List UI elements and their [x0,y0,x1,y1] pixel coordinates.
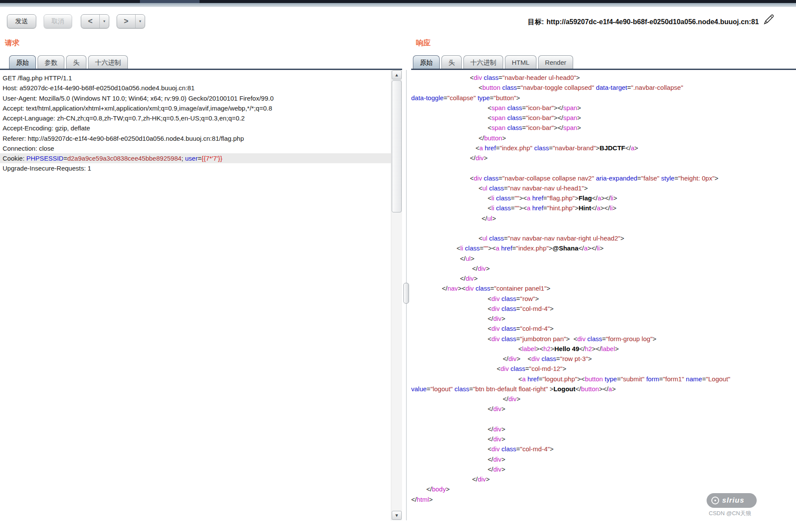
request-editor[interactable]: GET /flag.php HTTP/1.1Host: a59207dc-e1f… [0,70,391,523]
code-line: <div class="col-md-12"> [411,364,796,374]
code-line: <label><h2>Hello 49</h2></label> [411,344,796,354]
code-line: </ul> [411,213,796,223]
code-line [411,223,796,233]
code-line: <div class="navbar-collapse collapse nav… [411,173,796,183]
send-button[interactable]: 发送 [7,14,36,28]
code-line [411,414,796,424]
code-line: <li class=""><a href="hint.php">Hint</a>… [411,203,796,213]
code-line: <span class="icon-bar"></span> [411,113,796,123]
request-panel-title: 请求 [5,38,19,48]
code-line: <li class=""><a href="index.php">@Shana<… [411,243,796,253]
next-arrow-icon[interactable]: > [117,15,135,28]
code-line: <div class="row"> [411,294,796,304]
code-line [411,163,796,173]
code-line: <span class="icon-bar"></span> [411,123,796,133]
code-line: <button class="navbar-toggle collapsed" … [411,82,796,92]
response-tab-raw[interactable]: 原始 [413,55,440,69]
code-line: Upgrade-Insecure-Requests: 1 [0,163,391,173]
previous-arrow-icon[interactable]: < [81,15,99,28]
code-line: </div> [411,263,796,273]
code-line: <span class="icon-bar"></span> [411,103,796,113]
code-line: </div> [411,273,796,283]
response-panel-title: 响应 [416,38,431,48]
code-line: </div> [411,434,796,444]
code-line: </div> [411,424,796,434]
code-line: Referer: http://a59207dc-e1f4-4e90-b68f-… [0,133,391,143]
window-top-tab-segment [140,0,200,3]
previous-request-button[interactable]: < ▼ [81,14,109,28]
scroll-down-button[interactable]: ▼ [392,511,402,520]
watermark-logo-icon [711,497,719,504]
request-scrollbar-track[interactable]: ▲ ▼ [391,70,402,520]
response-tab-hex[interactable]: 十六进制 [463,55,503,69]
panel-splitter-handle[interactable] [403,283,409,304]
code-line: </div> [411,454,796,464]
code-line: </div> [411,464,796,474]
request-tab-params[interactable]: 参数 [38,55,64,69]
request-tab-headers[interactable]: 头 [66,55,86,69]
window-top-strip [0,0,796,3]
code-line: <div class="col-md-4"> [411,304,796,314]
code-line: <div class="col-md-4"> [411,444,796,454]
code-line: </ul> [411,253,796,263]
code-line: <div class="col-md-4"> [411,323,796,333]
response-tab-bar: 原始头十六进制HTMLRender [413,55,573,69]
code-line: <div class="jumbotron pan"> <div class="… [411,334,796,344]
scrollbar-thumb[interactable] [392,80,402,212]
code-line: <ul class="nav navbar-nav navbar-right u… [411,233,796,243]
code-line: GET /flag.php HTTP/1.1 [0,73,391,83]
code-line: Cookie: PHPSESSID=d2a9a9ce59a3c0838cee45… [0,153,391,163]
code-line: data-toggle="collapse" type="button"> [411,93,796,103]
code-line: </body> [411,484,796,494]
code-line: value="logout" class="btn btn-default fl… [411,384,796,394]
code-line: </div> <div class="row pt-3"> [411,354,796,364]
window-top-gradient-band [0,3,796,7]
cancel-button[interactable]: 取消 [44,14,72,28]
code-line: Accept: text/html,application/xhtml+xml,… [0,103,391,113]
request-tab-hex[interactable]: 十六进制 [88,55,128,69]
code-line: </div> [411,153,796,163]
code-line: </nav><div class="container panel1"> [411,283,796,293]
code-line: Accept-Language: zh-CN,zh;q=0.8,zh-TW;q=… [0,113,391,123]
scroll-up-button[interactable]: ▲ [392,70,402,79]
watermark-credit: CSDN @CN天狼 [709,510,751,517]
code-line: <li class=""><a href="flag.php">Flag</a>… [411,193,796,203]
request-tab-bar: 原始参数头十六进制 [9,55,128,69]
code-line: <ul class="nav navbar-nav ul-head1"> [411,183,796,193]
code-line: <a href="logout.php"><button type="submi… [411,374,796,384]
target-url: http://a59207dc-e1f4-4e90-b68f-e0250d10a… [546,18,759,25]
code-line: </button> [411,133,796,143]
code-line: Host: a59207dc-e1f4-4e90-b68f-e0250d10a0… [0,83,391,93]
code-line: </div> [411,394,796,404]
code-line: Connection: close [0,143,391,153]
code-line: User-Agent: Mozilla/5.0 (Windows NT 10.0… [0,93,391,103]
previous-dropdown-button[interactable]: ▼ [99,15,109,28]
edit-target-icon[interactable] [762,13,775,26]
response-editor[interactable]: <div class="navbar-header ul-head0"><but… [411,70,796,523]
code-line: </div> [411,314,796,323]
watermark-badge: slrius [707,493,757,508]
response-tab-html[interactable]: HTML [505,55,536,69]
target-label: 目标: [528,18,544,25]
target-line: 目标:http://a59207dc-e1f4-4e90-b68f-e0250d… [528,18,759,27]
code-line: Accept-Encoding: gzip, deflate [0,123,391,133]
code-line: <a href="index.php" class="navbar-brand"… [411,143,796,153]
response-tab-render[interactable]: Render [538,55,573,69]
request-tab-raw[interactable]: 原始 [9,55,36,69]
response-tab-headers[interactable]: 头 [441,55,462,69]
next-dropdown-button[interactable]: ▼ [135,15,145,28]
watermark-brand: slrius [722,496,744,505]
next-request-button[interactable]: > ▼ [117,14,145,28]
code-line: <div class="navbar-header ul-head0"> [411,73,796,82]
code-line: </div> [411,474,796,484]
code-line: </div> [411,404,796,414]
